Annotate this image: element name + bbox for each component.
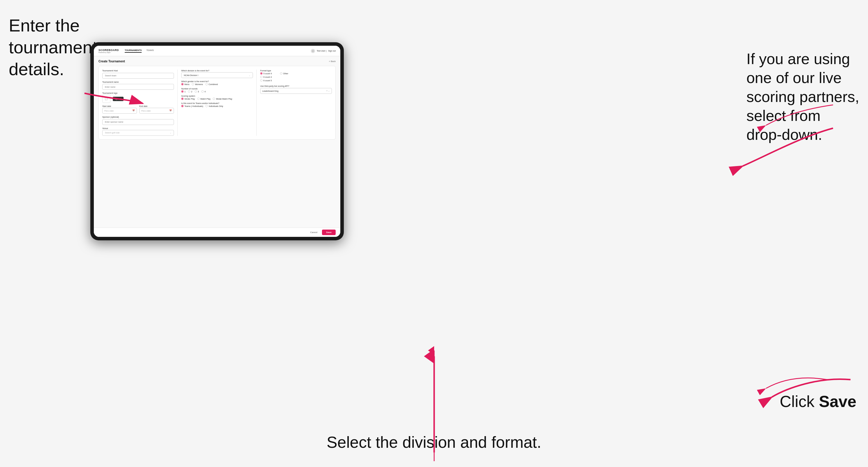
scoring-match[interactable]: Match Play (197, 98, 211, 100)
start-date-field: Start date Pick a date 📅 (102, 105, 137, 114)
individuals-radio[interactable] (206, 105, 208, 107)
user-avatar: U (311, 49, 315, 53)
save-button[interactable]: Save (322, 229, 336, 235)
gender-combined-radio[interactable] (206, 83, 208, 85)
gender-womens-radio[interactable] (192, 83, 194, 85)
teams-radio-group: Teams (+Individuals) Individuals Only (181, 105, 253, 107)
tournament-host-input[interactable] (102, 73, 174, 79)
scoring-medal[interactable]: Medal Match Play (213, 98, 232, 100)
round-2-radio[interactable] (188, 90, 190, 93)
upload-button[interactable]: Upload (113, 97, 124, 101)
page-header: Create Tournament Back (98, 60, 336, 63)
format-other-label: Other (283, 72, 288, 74)
venue-field: Venue Search golf club ⌄ (102, 127, 174, 136)
division-dropdown-icon: ⌄ (249, 74, 250, 76)
round-3-radio[interactable] (195, 90, 197, 93)
gender-mens[interactable]: Mens (181, 83, 189, 85)
end-date-input[interactable]: Pick a date 📅 (139, 108, 174, 114)
scoring-field: Scoring system Stroke Play Match Play (181, 95, 253, 100)
start-date-placeholder: Pick a date (104, 110, 114, 112)
teams-label: Is this event for Teams and/or Individua… (181, 102, 253, 104)
gender-womens[interactable]: Womens (192, 83, 203, 85)
round-2-label: 2 (191, 91, 192, 93)
tablet-frame: SCOREBOARD Powered by clippd TOURNAMENTS… (90, 42, 344, 240)
round-4-label: 4 (205, 91, 206, 93)
tablet-screen: SCOREBOARD Powered by clippd TOURNAMENTS… (94, 46, 340, 237)
format-6count5-radio[interactable] (260, 79, 262, 82)
tournament-host-field: Tournament Host (102, 70, 174, 79)
teams-label-text: Teams (+Individuals) (184, 105, 203, 107)
gender-mens-radio[interactable] (181, 83, 184, 85)
sponsor-field: Sponsor (optional) (102, 116, 174, 125)
scoring-stroke-label: Stroke Play (184, 98, 195, 100)
format-6count5-label: 6 count 5 (264, 80, 272, 82)
start-date-input[interactable]: Pick a date 📅 (102, 108, 137, 114)
division-select[interactable]: NCAA Division I ⌄ (181, 72, 253, 78)
tournament-logo-label: Tournament logo (102, 92, 174, 94)
nav-tournaments[interactable]: TOURNAMENTS (125, 49, 142, 53)
format-6count4[interactable]: 6 count 4 (260, 76, 332, 78)
format-6count4-label: 6 count 4 (264, 76, 272, 78)
venue-dropdown-icon: ⌄ (170, 132, 171, 134)
tournament-name-input[interactable] (102, 84, 174, 90)
annotation-click-prefix: Click (780, 393, 819, 410)
page-title: Create Tournament (98, 60, 125, 63)
svg-point-6 (106, 98, 106, 99)
content-area: Create Tournament Back Tournament Host T… (94, 56, 340, 227)
tournament-host-label: Tournament Host (102, 70, 174, 72)
logo-placeholder (102, 95, 111, 103)
round-1-radio[interactable] (181, 90, 184, 93)
scoring-medal-label: Medal Match Play (216, 98, 232, 100)
rounds-field: Number of rounds 1 2 (181, 88, 253, 93)
format-6count5[interactable]: 6 count 5 (260, 79, 332, 82)
individuals-option[interactable]: Individuals Only (206, 105, 223, 107)
format-other[interactable]: Other (280, 72, 288, 74)
format-5count4-radio[interactable] (260, 72, 262, 74)
round-2[interactable]: 2 (188, 90, 192, 93)
gender-combined[interactable]: Combined (206, 83, 218, 85)
scoring-match-radio[interactable] (197, 98, 199, 100)
live-scoring-clear-button[interactable]: × ⌄ (326, 90, 330, 92)
scoring-label: Scoring system (181, 95, 253, 97)
venue-select[interactable]: Search golf club ⌄ (102, 130, 174, 136)
round-3[interactable]: 3 (195, 90, 199, 93)
live-scoring-label: Use third-party live scoring API? (260, 85, 332, 87)
scoring-medal-radio[interactable] (213, 98, 215, 100)
tournament-logo-field: Tournament logo Upload (102, 92, 174, 103)
cancel-button[interactable]: Cancel (308, 230, 320, 235)
live-scoring-value: Leaderboard King (262, 90, 326, 92)
scoring-stroke-radio[interactable] (181, 98, 184, 100)
gender-radio-group: Mens Womens Combined (181, 83, 253, 85)
annotation-bottom-right: Click Save (780, 392, 856, 412)
annotation-bottom-center: Select the division and format. (327, 432, 541, 453)
gender-label: Which gender is the event for? (181, 81, 253, 83)
round-1[interactable]: 1 (181, 90, 186, 93)
format-6count4-radio[interactable] (260, 76, 262, 78)
annotation-save-bold: Save (819, 393, 856, 410)
live-scoring-input[interactable]: Leaderboard King × ⌄ (260, 88, 332, 94)
form-right-col: Format type 5 count 4 Other (260, 70, 332, 136)
form-middle-col: Which division is the event for? NCAA Di… (181, 70, 253, 136)
sponsor-input[interactable] (102, 119, 174, 125)
nav-teams[interactable]: TEAMS (146, 49, 154, 53)
logo-upload-area: Upload (102, 95, 174, 103)
scoring-stroke[interactable]: Stroke Play (181, 98, 195, 100)
format-5count4[interactable]: 5 count 4 (260, 72, 272, 74)
start-date-label: Start date (102, 105, 137, 107)
scoring-radio-group: Stroke Play Match Play Medal Match Play (181, 98, 253, 100)
teams-option[interactable]: Teams (+Individuals) (181, 105, 203, 107)
form-footer: Cancel Save (94, 227, 340, 237)
teams-radio[interactable] (181, 105, 184, 107)
back-link[interactable]: Back (329, 60, 336, 63)
col-divider-2 (256, 70, 257, 136)
format-other-radio[interactable] (280, 72, 282, 74)
division-field: Which division is the event for? NCAA Di… (181, 70, 253, 78)
round-4[interactable]: 4 (202, 90, 206, 93)
round-4-radio[interactable] (202, 90, 204, 93)
rounds-label: Number of rounds (181, 88, 253, 90)
app-logo: SCOREBOARD Powered by clippd (98, 49, 119, 53)
format-5count4-label: 5 count 4 (264, 72, 272, 74)
signout-link[interactable]: Sign out (328, 50, 336, 52)
nav-links: TOURNAMENTS TEAMS (125, 49, 311, 53)
annotation-top-left: Enter the tournament details. (9, 14, 97, 80)
